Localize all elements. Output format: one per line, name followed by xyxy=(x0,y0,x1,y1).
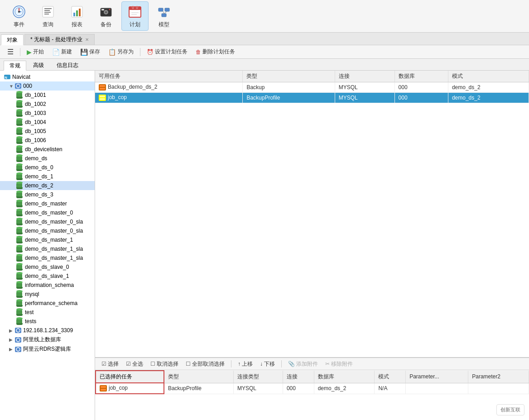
saveas-button[interactable]: 📋 另存为 xyxy=(105,47,137,57)
available-tasks-body: Backup_demo_ds_2 Backup MYSQL 000 demo_d… xyxy=(95,82,529,103)
btn-add-attachment[interactable]: 📎 添加附件 xyxy=(285,359,321,369)
sel-cell-conn-0: 000 xyxy=(283,383,314,394)
menu-button[interactable]: ☰ xyxy=(4,47,17,57)
saveas-label: 另存为 xyxy=(117,48,134,56)
save-button[interactable]: 💾 保存 xyxy=(77,47,104,57)
sidebar-db-demo_ds_1[interactable]: demo_ds_1 xyxy=(0,172,95,181)
sel-cell-type-0: BackupProfile xyxy=(164,383,234,394)
sidebar-db-db_devicelisten[interactable]: db_devicelisten xyxy=(0,145,95,154)
task-icon-0 xyxy=(99,84,106,91)
start-button[interactable]: ▶ 开始 xyxy=(23,47,48,57)
sidebar-conn-000[interactable]: ▼ 000 xyxy=(0,81,95,91)
move-up-label: 上移 xyxy=(242,360,253,368)
available-task-row-1[interactable]: job_cop BackupProfile MYSQL 000 demo_ds_… xyxy=(95,93,529,103)
tab-objects[interactable]: 对象 xyxy=(1,34,24,45)
sidebar-db-test[interactable]: test xyxy=(0,308,95,317)
sel-cell-schema-0: N/A xyxy=(375,383,406,394)
del-schedule-button[interactable]: 🗑 删除计划任务 xyxy=(192,47,239,57)
subtab-infolog[interactable]: 信息日志 xyxy=(51,60,84,70)
select-label: 选择 xyxy=(108,360,119,368)
sidebar-db-db_1002[interactable]: db_1002 xyxy=(0,100,95,109)
btn-deselect[interactable]: ☐ 取消选择 xyxy=(148,359,181,369)
selected-task-row-0[interactable]: job_cop BackupProfile MYSQL 000 demo_ds_… xyxy=(96,383,529,394)
sidebar-db-demo_ds_master_0[interactable]: demo_ds_master_0 xyxy=(0,208,95,217)
toolbar-event[interactable]: 事件 xyxy=(5,2,33,30)
set-schedule-button[interactable]: ⏰ 设置计划任务 xyxy=(143,47,191,57)
svg-rect-25 xyxy=(159,8,163,11)
toolbar-model[interactable]: 模型 xyxy=(150,2,178,30)
svg-rect-5 xyxy=(43,6,53,17)
toolbar-backup[interactable]: 备份 xyxy=(92,2,120,30)
tab-untitled[interactable]: * 无标题 - 批处理作业 ✕ xyxy=(24,34,95,45)
sidebar-db-db_1003[interactable]: db_1003 xyxy=(0,109,95,118)
conn-ali-online-icon xyxy=(14,336,22,344)
sidebar-db-demo_ds_slave_1[interactable]: demo_ds_slave_1 xyxy=(0,272,95,281)
sidebar-db-demo_ds_slave_0[interactable]: demo_ds_slave_0 xyxy=(0,262,95,272)
col-sel-conn: 连接 xyxy=(283,371,314,383)
main-toolbar: 事件 查询 报表 xyxy=(0,0,529,33)
tab-untitled-label: * 无标题 - 批处理作业 xyxy=(30,36,82,43)
sidebar-conn-ali-online[interactable]: ▶ 阿里线上数据库 xyxy=(0,335,95,344)
sidebar-db-demo_ds_master_1[interactable]: demo_ds_master_1 xyxy=(0,235,95,244)
sidebar-db-demo_ds_master_1_sla[interactable]: demo_ds_master_1_sla xyxy=(0,253,95,262)
cell-task-type-0: Backup xyxy=(243,82,335,93)
sidebar-db-demo_ds_0[interactable]: demo_ds_0 xyxy=(0,163,95,172)
btn-move-up[interactable]: ↑ 上移 xyxy=(235,359,255,369)
sel-cell-conn-type-0: MYSQL xyxy=(233,383,283,394)
svg-rect-44 xyxy=(100,95,105,97)
conn-192-label: 192.168.1.234_3309 xyxy=(23,327,73,334)
move-down-label: 下移 xyxy=(264,360,275,368)
btn-deselect-all[interactable]: ☐ 全部取消选择 xyxy=(183,359,227,369)
navicat-icon: N xyxy=(4,73,11,81)
subtab-advanced[interactable]: 高级 xyxy=(27,60,50,70)
sidebar-conn-192[interactable]: ▶ 192.168.1.234_3309 xyxy=(0,326,95,335)
btn-remove-attachment[interactable]: ✂ 移除附件 xyxy=(322,359,356,369)
sidebar-db-demo_ds_master_0_sla[interactable]: demo_ds_master_0_sla xyxy=(0,217,95,226)
toolbar-event-label: 事件 xyxy=(14,21,24,29)
toolbar-query[interactable]: 查询 xyxy=(34,2,62,30)
sidebar-db-demo_ds_master_1_sla[interactable]: demo_ds_master_1_sla xyxy=(0,244,95,253)
sel-cell-param2-0 xyxy=(468,383,529,394)
available-task-row-0[interactable]: Backup_demo_ds_2 Backup MYSQL 000 demo_d… xyxy=(95,82,529,93)
remove-attachment-icon: ✂ xyxy=(325,361,330,367)
cell-task-conn-1: MYSQL xyxy=(335,93,394,103)
sidebar-db-demo_ds_2[interactable]: demo_ds_2 xyxy=(0,181,95,190)
sel-task-icon-0 xyxy=(100,385,107,392)
sidebar-db-db_1006[interactable]: db_1006 xyxy=(0,136,95,145)
col-available-task: 可用任务 xyxy=(95,71,243,82)
toolbar-plan[interactable]: 计划 xyxy=(121,1,149,31)
sidebar-db-demo_ds_3[interactable]: demo_ds_3 xyxy=(0,190,95,199)
db-list: db_1001 db_1002 db_1003 db_1004 db_1005 … xyxy=(0,91,95,326)
schedule-icon: ⏰ xyxy=(147,49,154,55)
new-button[interactable]: 📄 新建 xyxy=(48,47,76,57)
db-icon-demo_ds_master_1 xyxy=(16,236,24,243)
sidebar-db-db_1005[interactable]: db_1005 xyxy=(0,127,95,136)
toolbar-report[interactable]: 报表 xyxy=(63,2,91,30)
db-icon-db_1004 xyxy=(16,119,24,126)
btn-select-all[interactable]: ☑ 全选 xyxy=(123,359,146,369)
available-tasks-section: 可用任务 类型 连接 数据库 模式 Backup_demo_ds_2 B xyxy=(95,71,529,358)
sidebar-db-performance_schema[interactable]: performance_schema xyxy=(0,299,95,308)
svg-rect-26 xyxy=(165,8,169,11)
cell-task-name-0: Backup_demo_ds_2 xyxy=(95,82,243,93)
sidebar-conn-ali-rdrs[interactable]: ▶ 阿里云RDRS逻辑库 xyxy=(0,344,95,354)
sidebar-db-tests[interactable]: tests xyxy=(0,317,95,326)
subtab-general[interactable]: 常规 xyxy=(4,61,26,71)
db-icon-demo_ds_1 xyxy=(16,173,24,180)
navicat-label: Navicat xyxy=(12,74,30,80)
sidebar-db-db_1001[interactable]: db_1001 xyxy=(0,91,95,100)
sidebar-db-mysql[interactable]: mysql xyxy=(0,290,95,299)
cell-task-schema-1: demo_ds_2 xyxy=(448,93,529,103)
sidebar-db-demo_ds[interactable]: demo_ds xyxy=(0,154,95,163)
sidebar-navicat-root[interactable]: N Navicat xyxy=(0,72,95,81)
sidebar-db-demo_ds_master_0_sla[interactable]: demo_ds_master_0_sla xyxy=(0,226,95,235)
tab-close-icon[interactable]: ✕ xyxy=(85,37,89,42)
conn-192-icon xyxy=(14,327,22,334)
btn-move-down[interactable]: ↓ 下移 xyxy=(257,359,278,369)
cell-task-name-1: job_cop xyxy=(95,93,243,103)
sidebar-db-demo_ds_master[interactable]: demo_ds_master xyxy=(0,199,95,208)
watermark: 创新互联 xyxy=(496,404,524,415)
sidebar-db-db_1004[interactable]: db_1004 xyxy=(0,118,95,127)
btn-select[interactable]: ☑ 选择 xyxy=(99,359,121,369)
sidebar-db-information_schema[interactable]: information_schema xyxy=(0,281,95,290)
